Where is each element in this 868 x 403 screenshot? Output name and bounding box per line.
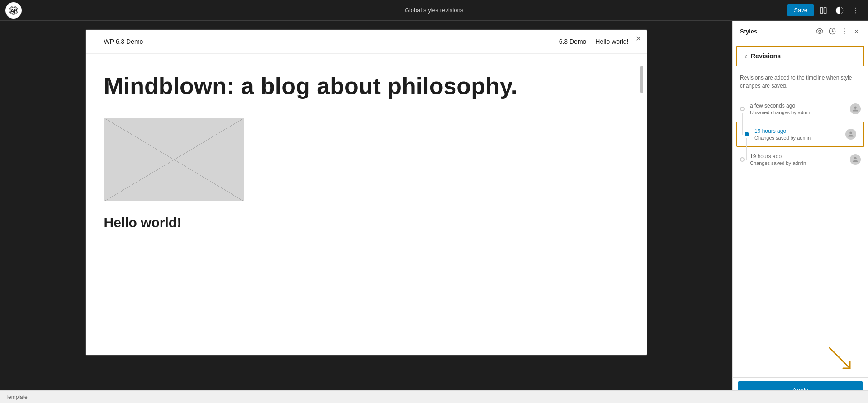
sidebar-header-icons: ✕ — [814, 26, 861, 37]
sidebar-title: Styles — [740, 28, 757, 35]
revision-dot-container-active — [745, 132, 749, 136]
sidebar-close-button[interactable]: ✕ — [852, 26, 861, 37]
revision-item-3[interactable]: 19 hours ago Changes saved by admin — [733, 148, 868, 171]
svg-point-7 — [855, 12, 856, 13]
styles-toggle-button[interactable] — [833, 4, 846, 17]
styles-preview-button[interactable] — [814, 26, 825, 37]
svg-point-10 — [844, 28, 845, 29]
arrow-indicator — [827, 346, 854, 373]
revision-avatar — [850, 103, 861, 114]
revision-by-2: Changes saved by admin — [754, 135, 845, 141]
revision-item-selected[interactable]: 19 hours ago Changes saved by admin — [736, 122, 864, 147]
revision-avatar-3 — [850, 154, 861, 165]
canvas-post-title: Hello world! — [104, 215, 629, 230]
canvas-nav-item-1: 6.3 Demo — [559, 38, 587, 45]
revision-dot — [740, 107, 745, 111]
footer-label: Template — [5, 394, 28, 400]
svg-point-8 — [819, 30, 821, 32]
sidebar: Styles — [732, 21, 868, 403]
svg-point-6 — [855, 9, 856, 10]
canvas-nav: 6.3 Demo Hello world! — [559, 38, 629, 45]
revisions-panel: ‹ Revisions Revisions are added to the t… — [733, 42, 868, 403]
revision-dot-container-3 — [740, 157, 745, 162]
svg-line-13 — [830, 348, 850, 368]
revision-by: Unsaved changes by admin — [750, 110, 850, 115]
more-options-button[interactable] — [849, 4, 863, 17]
canvas-close-button[interactable]: ✕ — [636, 35, 641, 42]
canvas-scrollbar[interactable] — [640, 66, 643, 93]
sidebar-header: Styles — [733, 21, 868, 42]
svg-rect-3 — [824, 7, 826, 14]
revision-dot-active — [745, 132, 749, 136]
svg-rect-2 — [820, 7, 822, 14]
revision-time-3: 19 hours ago — [750, 153, 850, 159]
canvas-nav-item-2: Hello world! — [595, 38, 628, 45]
canvas-image-placeholder — [104, 118, 244, 202]
revisions-back-button[interactable]: ‹ — [745, 52, 747, 60]
revision-dot-3 — [740, 157, 745, 162]
revision-content: a few seconds ago Unsaved changes by adm… — [750, 103, 850, 115]
revision-avatar-2 — [845, 129, 856, 140]
revision-dot-container — [740, 107, 745, 111]
svg-point-11 — [844, 31, 845, 32]
revision-time-2: 19 hours ago — [754, 128, 845, 134]
top-bar: Global styles revisions Save — [0, 0, 868, 21]
svg-point-12 — [844, 33, 845, 34]
revisions-description: Revisions are added to the timeline when… — [733, 70, 868, 97]
revision-content-3: 19 hours ago Changes saved by admin — [750, 153, 850, 166]
revision-item[interactable]: a few seconds ago Unsaved changes by adm… — [733, 97, 868, 121]
layout-toggle-button[interactable] — [816, 4, 830, 17]
canvas-site-title: WP 6.3 Demo — [104, 38, 143, 45]
svg-point-5 — [855, 7, 856, 8]
revision-by-3: Changes saved by admin — [750, 160, 850, 166]
revision-time: a few seconds ago — [750, 103, 850, 109]
revision-list: a few seconds ago Unsaved changes by adm… — [733, 97, 868, 341]
canvas-area: WP 6.3 Demo 6.3 Demo Hello world! Mindbl… — [0, 21, 732, 403]
canvas-header: WP 6.3 Demo 6.3 Demo Hello world! — [86, 30, 647, 54]
arrow-area — [733, 341, 868, 377]
main-area: WP 6.3 Demo 6.3 Demo Hello world! Mindbl… — [0, 21, 868, 403]
save-button[interactable]: Save — [787, 4, 814, 16]
top-bar-right: Save — [787, 4, 863, 17]
canvas-frame: WP 6.3 Demo 6.3 Demo Hello world! Mindbl… — [86, 30, 647, 355]
canvas-content: Mindblown: a blog about philosophy. Hell… — [86, 54, 647, 248]
revision-content-2: 19 hours ago Changes saved by admin — [754, 128, 845, 141]
wp-logo[interactable] — [5, 2, 22, 19]
footer: Template — [0, 390, 868, 403]
revisions-history-button[interactable] — [827, 26, 838, 37]
canvas-heading: Mindblown: a blog about philosophy. — [104, 72, 629, 100]
sidebar-more-button[interactable] — [840, 26, 850, 37]
revisions-title: Revisions — [751, 52, 781, 60]
revisions-header: ‹ Revisions — [736, 46, 864, 66]
page-title: Global styles revisions — [405, 7, 463, 14]
top-bar-left — [5, 2, 22, 19]
